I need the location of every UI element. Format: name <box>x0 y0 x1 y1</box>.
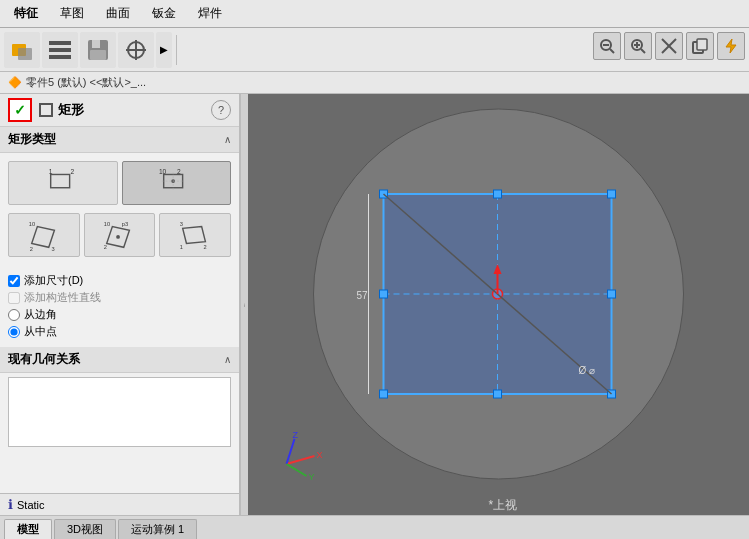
add-dimension-label: 添加尺寸(D) <box>24 273 83 288</box>
info-icon: ℹ <box>8 497 13 512</box>
svg-rect-2 <box>49 41 71 45</box>
svg-text:Y: Y <box>309 472 315 482</box>
svg-rect-56 <box>608 290 616 298</box>
svg-rect-21 <box>697 39 707 50</box>
rect-type-corner[interactable]: 1 2 <box>8 161 118 205</box>
cut-icon[interactable] <box>655 32 683 60</box>
tab-weldment[interactable]: 焊件 <box>188 1 232 26</box>
toolbar-btn-crosshair[interactable] <box>118 32 154 68</box>
from-corner-row: 从边角 <box>8 307 231 322</box>
svg-line-15 <box>641 49 645 53</box>
svg-rect-6 <box>92 40 100 48</box>
collapse-icon: ∧ <box>224 134 231 145</box>
tab-model[interactable]: 模型 <box>4 519 52 539</box>
svg-marker-22 <box>726 39 736 53</box>
options-section: 添加尺寸(D) 添加构造性直线 从边角 从中点 <box>0 265 239 347</box>
svg-rect-4 <box>49 55 71 59</box>
tab-features[interactable]: 特征 <box>4 1 48 26</box>
viewport-svg: Ø ⌀ 57 X Z Y *上视 <box>248 94 749 515</box>
separator <box>176 35 177 65</box>
svg-rect-57 <box>380 390 388 398</box>
svg-text:X: X <box>317 450 323 460</box>
svg-rect-3 <box>49 48 71 52</box>
confirm-button[interactable]: ✓ <box>8 98 32 122</box>
panel-bottom-info: ℹ Static <box>0 493 239 515</box>
section-title: 矩形类型 <box>8 131 56 148</box>
svg-rect-23 <box>40 104 52 116</box>
from-center-row: 从中点 <box>8 324 231 339</box>
toolbar-btn-shape[interactable] <box>4 32 40 68</box>
svg-marker-33 <box>32 226 55 247</box>
rect-type-center-angled[interactable]: 10 p3 2 <box>84 213 156 257</box>
breadcrumb: 🔶 零件5 (默认) <<默认>_... <box>0 72 749 94</box>
svg-rect-1 <box>18 48 32 60</box>
copy-icon[interactable] <box>686 32 714 60</box>
svg-text:1: 1 <box>180 244 183 250</box>
svg-text:10: 10 <box>104 221 110 227</box>
tab-motion[interactable]: 运动算例 1 <box>118 519 197 539</box>
from-corner-label: 从边角 <box>24 307 57 322</box>
svg-text:2: 2 <box>177 168 181 175</box>
svg-rect-7 <box>90 50 106 60</box>
panel-rect-icon <box>38 102 54 118</box>
lightning-icon[interactable] <box>717 32 745 60</box>
toolbar-btn-list[interactable] <box>42 32 78 68</box>
svg-rect-55 <box>380 290 388 298</box>
add-dimension-row: 添加尺寸(D) <box>8 273 231 288</box>
geo-content-box <box>8 377 231 447</box>
svg-line-12 <box>610 49 614 53</box>
tab-sheetmetal[interactable]: 钣金 <box>142 1 186 26</box>
right-icon-group <box>593 32 745 60</box>
svg-marker-42 <box>183 226 206 243</box>
rect-type-angled[interactable]: 10 2 3 <box>8 213 80 257</box>
breadcrumb-text: 零件5 (默认) <<默认>_... <box>26 75 146 90</box>
breadcrumb-icon: 🔶 <box>8 76 22 89</box>
svg-text:10: 10 <box>159 168 167 175</box>
svg-text:3: 3 <box>180 221 183 227</box>
rect-type-center[interactable]: 2 10 <box>122 161 232 205</box>
from-corner-radio[interactable] <box>8 309 20 321</box>
toolbar-expand-arrow[interactable]: ▶ <box>156 32 172 68</box>
section-rect-types[interactable]: 矩形类型 ∧ <box>0 127 239 153</box>
svg-text:10: 10 <box>29 221 35 227</box>
tab-surface[interactable]: 曲面 <box>96 1 140 26</box>
geo-collapse-icon: ∧ <box>224 354 231 365</box>
from-center-label: 从中点 <box>24 324 57 339</box>
add-construction-row: 添加构造性直线 <box>8 290 231 305</box>
svg-text:2: 2 <box>70 168 74 175</box>
section-geo[interactable]: 现有几何关系 ∧ <box>0 347 239 373</box>
rect-type-parallelogram[interactable]: 3 1 2 <box>159 213 231 257</box>
tab-bar: 特征 草图 曲面 钣金 焊件 <box>0 0 749 28</box>
panel-title-text: 矩形 <box>58 101 84 119</box>
tab-3d-view[interactable]: 3D视图 <box>54 519 116 539</box>
svg-rect-54 <box>608 190 616 198</box>
from-center-radio[interactable] <box>8 326 20 338</box>
svg-text:3: 3 <box>51 246 54 252</box>
panel-title: 矩形 <box>38 101 84 119</box>
viewport[interactable]: Ø ⌀ 57 X Z Y *上视 <box>248 94 749 515</box>
main-layout: ✓ 矩形 ? 矩形类型 ∧ 1 2 <box>0 94 749 515</box>
svg-text:*上视: *上视 <box>489 498 518 512</box>
resize-handle[interactable]: ··· <box>240 94 248 515</box>
add-dimension-checkbox[interactable] <box>8 275 20 287</box>
bottom-tab-bar: 模型 3D视图 运动算例 1 <box>0 515 749 539</box>
help-button[interactable]: ? <box>211 100 231 120</box>
svg-text:Z: Z <box>293 430 299 440</box>
add-construction-checkbox[interactable] <box>8 292 20 304</box>
rect-types-row2: 10 2 3 10 p3 2 3 <box>0 213 239 265</box>
zoom-in-icon[interactable] <box>624 32 652 60</box>
tab-sketch[interactable]: 草图 <box>50 1 94 26</box>
svg-text:p3: p3 <box>122 221 128 227</box>
toolbar-btn-save[interactable] <box>80 32 116 68</box>
zoom-out-icon[interactable] <box>593 32 621 60</box>
static-label: Static <box>17 499 45 511</box>
rect-types-grid: 1 2 2 10 <box>0 153 239 213</box>
svg-text:2: 2 <box>204 244 207 250</box>
svg-rect-24 <box>50 174 69 187</box>
svg-text:1: 1 <box>49 168 53 175</box>
svg-text:57: 57 <box>357 290 369 301</box>
icon-toolbar: ▶ <box>0 28 749 72</box>
geo-section-title: 现有几何关系 <box>8 351 80 368</box>
svg-text:Ø ⌀: Ø ⌀ <box>579 365 596 376</box>
svg-text:2: 2 <box>104 244 107 250</box>
